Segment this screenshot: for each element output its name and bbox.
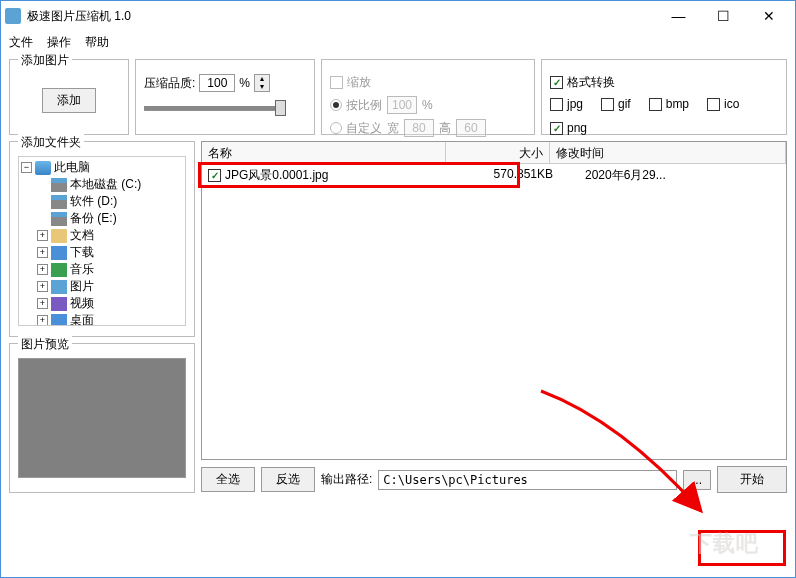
download-icon bbox=[51, 246, 67, 260]
quality-slider[interactable] bbox=[144, 106, 284, 111]
format-jpg-checkbox[interactable]: jpg bbox=[550, 97, 583, 111]
music-icon bbox=[51, 263, 67, 277]
file-checkbox[interactable]: ✓ bbox=[208, 167, 221, 184]
output-path-input[interactable]: C:\Users\pc\Pictures bbox=[378, 470, 677, 490]
quality-input[interactable] bbox=[199, 74, 235, 92]
file-list-header: 名称 大小 修改时间 bbox=[202, 142, 786, 164]
format-png-checkbox[interactable]: ✓png bbox=[550, 121, 587, 135]
minimize-button[interactable]: — bbox=[656, 2, 701, 30]
group-quality: 压缩品质: % ▴▾ bbox=[135, 59, 315, 135]
scale-height-input bbox=[456, 119, 486, 137]
group-preview-title: 图片预览 bbox=[18, 336, 72, 353]
tree-expand-icon[interactable]: + bbox=[37, 264, 48, 275]
browse-button[interactable]: ... bbox=[683, 470, 711, 490]
tree-collapse-icon[interactable]: − bbox=[21, 162, 32, 173]
select-all-button[interactable]: 全选 bbox=[201, 467, 255, 492]
file-size: 570.851KB bbox=[449, 167, 553, 184]
col-name[interactable]: 名称 bbox=[202, 142, 446, 163]
col-size[interactable]: 大小 bbox=[446, 142, 550, 163]
format-gif-checkbox[interactable]: gif bbox=[601, 97, 631, 111]
app-icon bbox=[5, 8, 21, 24]
tree-expand-icon[interactable]: + bbox=[37, 281, 48, 292]
output-path-label: 输出路径: bbox=[321, 471, 372, 488]
file-row[interactable]: ✓ JPG风景0.0001.jpg 570.851KB 2020年6月29... bbox=[202, 164, 786, 187]
format-bmp-checkbox[interactable]: bmp bbox=[649, 97, 689, 111]
computer-icon bbox=[35, 161, 51, 175]
folder-icon bbox=[51, 229, 67, 243]
drive-icon bbox=[51, 212, 67, 226]
tree-expand-icon[interactable]: + bbox=[37, 315, 48, 326]
group-add-image: 添加图片 添加 bbox=[9, 59, 129, 135]
group-add-image-title: 添加图片 bbox=[18, 52, 72, 69]
menu-bar: 文件 操作 帮助 bbox=[1, 31, 795, 53]
scale-ratio-input bbox=[387, 96, 417, 114]
bottom-bar: 全选 反选 输出路径: C:\Users\pc\Pictures ... 开始 bbox=[201, 460, 787, 493]
close-button[interactable]: ✕ bbox=[746, 2, 791, 30]
picture-icon bbox=[51, 280, 67, 294]
invert-selection-button[interactable]: 反选 bbox=[261, 467, 315, 492]
format-ico-checkbox[interactable]: ico bbox=[707, 97, 739, 111]
quality-percent: % bbox=[239, 76, 250, 90]
drive-icon bbox=[51, 178, 67, 192]
menu-file[interactable]: 文件 bbox=[9, 34, 33, 51]
scale-custom-radio[interactable]: 自定义 bbox=[330, 120, 382, 137]
scale-width-input bbox=[404, 119, 434, 137]
video-icon bbox=[51, 297, 67, 311]
group-add-folder-title: 添加文件夹 bbox=[18, 134, 84, 151]
watermark: 下载吧 bbox=[690, 529, 759, 559]
annotation-highlight bbox=[698, 530, 786, 566]
title-bar: 极速图片压缩机 1.0 — ☐ ✕ bbox=[1, 1, 795, 31]
maximize-button[interactable]: ☐ bbox=[701, 2, 746, 30]
tree-expand-icon[interactable]: + bbox=[37, 247, 48, 258]
group-scale: 缩放 按比例 % 自定义 宽 高 bbox=[321, 59, 535, 135]
tree-expand-icon[interactable]: + bbox=[37, 230, 48, 241]
drive-icon bbox=[51, 195, 67, 209]
group-format: ✓格式转换 jpg gif bmp ico ✓png bbox=[541, 59, 787, 135]
add-button[interactable]: 添加 bbox=[42, 88, 96, 113]
format-enable-checkbox[interactable]: ✓格式转换 bbox=[550, 74, 615, 91]
file-mtime: 2020年6月29... bbox=[553, 167, 666, 184]
folder-tree[interactable]: −此电脑 本地磁盘 (C:) 软件 (D:) 备份 (E:) +文档 +下载 +… bbox=[18, 156, 186, 326]
desktop-icon bbox=[51, 314, 67, 327]
start-button[interactable]: 开始 bbox=[717, 466, 787, 493]
quality-spinner[interactable]: ▴▾ bbox=[254, 74, 270, 92]
menu-help[interactable]: 帮助 bbox=[85, 34, 109, 51]
quality-label: 压缩品质: bbox=[144, 75, 195, 92]
file-name: JPG风景0.0001.jpg bbox=[225, 167, 449, 184]
col-mtime[interactable]: 修改时间 bbox=[550, 142, 786, 163]
file-list[interactable]: 名称 大小 修改时间 ✓ JPG风景0.0001.jpg 570.851KB 2… bbox=[201, 141, 787, 460]
scale-enable-checkbox[interactable]: 缩放 bbox=[330, 74, 371, 91]
group-preview: 图片预览 bbox=[9, 343, 195, 493]
menu-operate[interactable]: 操作 bbox=[47, 34, 71, 51]
preview-area bbox=[18, 358, 186, 478]
scale-by-ratio-radio[interactable]: 按比例 bbox=[330, 97, 382, 114]
tree-expand-icon[interactable]: + bbox=[37, 298, 48, 309]
window-title: 极速图片压缩机 1.0 bbox=[27, 8, 656, 25]
group-add-folder: 添加文件夹 −此电脑 本地磁盘 (C:) 软件 (D:) 备份 (E:) +文档… bbox=[9, 141, 195, 337]
